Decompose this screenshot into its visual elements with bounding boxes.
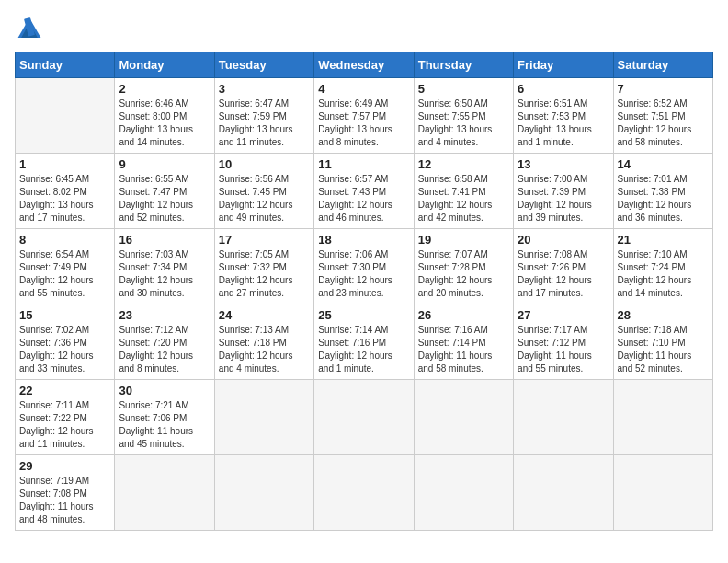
day-number: 20 xyxy=(518,233,609,247)
calendar-cell: 29Sunrise: 7:19 AMSunset: 7:08 PMDayligh… xyxy=(16,455,115,531)
calendar-cell: 18Sunrise: 7:06 AMSunset: 7:30 PMDayligh… xyxy=(314,229,414,304)
day-info: Sunrise: 6:49 AMSunset: 7:57 PMDaylight:… xyxy=(318,98,409,149)
day-number: 1 xyxy=(19,157,110,171)
calendar-cell: 6Sunrise: 6:51 AMSunset: 7:53 PMDaylight… xyxy=(514,78,613,154)
day-number: 15 xyxy=(19,308,110,322)
col-thursday: Thursday xyxy=(414,52,513,78)
calendar-cell xyxy=(214,455,313,531)
calendar-cell: 1Sunrise: 6:45 AMSunset: 8:02 PMDaylight… xyxy=(16,154,115,229)
calendar-week-6: 29Sunrise: 7:19 AMSunset: 7:08 PMDayligh… xyxy=(16,455,713,531)
calendar-cell: 3Sunrise: 6:47 AMSunset: 7:59 PMDaylight… xyxy=(214,78,313,154)
day-info: Sunrise: 7:13 AMSunset: 7:18 PMDaylight:… xyxy=(219,324,310,375)
calendar-cell: 30Sunrise: 7:21 AMSunset: 7:06 PMDayligh… xyxy=(115,380,214,455)
day-info: Sunrise: 7:08 AMSunset: 7:26 PMDaylight:… xyxy=(518,248,609,300)
calendar-cell: 20Sunrise: 7:08 AMSunset: 7:26 PMDayligh… xyxy=(514,229,613,304)
calendar-cell: 9Sunrise: 6:55 AMSunset: 7:47 PMDaylight… xyxy=(115,154,214,229)
day-info: Sunrise: 7:03 AMSunset: 7:34 PMDaylight:… xyxy=(119,248,210,300)
calendar-cell xyxy=(414,455,513,531)
calendar-week-2: 1Sunrise: 6:45 AMSunset: 8:02 PMDaylight… xyxy=(16,154,713,229)
header-row: Sunday Monday Tuesday Wednesday Thursday… xyxy=(16,52,713,78)
calendar-cell: 14Sunrise: 7:01 AMSunset: 7:38 PMDayligh… xyxy=(613,154,712,229)
day-info: Sunrise: 7:21 AMSunset: 7:06 PMDaylight:… xyxy=(119,399,210,451)
calendar-cell: 27Sunrise: 7:17 AMSunset: 7:12 PMDayligh… xyxy=(514,304,613,380)
day-info: Sunrise: 7:11 AMSunset: 7:22 PMDaylight:… xyxy=(19,399,110,451)
day-number: 21 xyxy=(618,233,709,247)
calendar-cell: 28Sunrise: 7:18 AMSunset: 7:10 PMDayligh… xyxy=(613,304,712,380)
calendar-cell xyxy=(314,455,414,531)
day-number: 23 xyxy=(119,308,210,322)
day-info: Sunrise: 6:46 AMSunset: 8:00 PMDaylight:… xyxy=(119,98,210,149)
calendar-week-1: 2Sunrise: 6:46 AMSunset: 8:00 PMDaylight… xyxy=(16,78,713,154)
day-info: Sunrise: 6:55 AMSunset: 7:47 PMDaylight:… xyxy=(119,173,210,224)
col-friday: Friday xyxy=(514,52,613,78)
calendar-cell: 12Sunrise: 6:58 AMSunset: 7:41 PMDayligh… xyxy=(414,154,513,229)
calendar-week-4: 15Sunrise: 7:02 AMSunset: 7:36 PMDayligh… xyxy=(16,304,713,380)
day-number: 27 xyxy=(518,308,609,322)
calendar-cell: 17Sunrise: 7:05 AMSunset: 7:32 PMDayligh… xyxy=(214,229,313,304)
day-info: Sunrise: 7:06 AMSunset: 7:30 PMDaylight:… xyxy=(318,248,409,300)
day-number: 8 xyxy=(19,233,110,247)
day-info: Sunrise: 6:58 AMSunset: 7:41 PMDaylight:… xyxy=(418,173,509,224)
day-number: 19 xyxy=(418,233,509,247)
day-info: Sunrise: 7:02 AMSunset: 7:36 PMDaylight:… xyxy=(19,324,110,375)
day-number: 25 xyxy=(318,308,409,322)
calendar-cell xyxy=(214,380,313,455)
logo-icon xyxy=(15,15,44,44)
day-info: Sunrise: 6:52 AMSunset: 7:51 PMDaylight:… xyxy=(618,98,709,149)
day-info: Sunrise: 7:01 AMSunset: 7:38 PMDaylight:… xyxy=(618,173,709,224)
day-info: Sunrise: 7:00 AMSunset: 7:39 PMDaylight:… xyxy=(518,173,609,224)
calendar-cell xyxy=(115,455,214,531)
calendar-cell: 11Sunrise: 6:57 AMSunset: 7:43 PMDayligh… xyxy=(314,154,414,229)
page-header xyxy=(15,15,713,44)
day-info: Sunrise: 6:50 AMSunset: 7:55 PMDaylight:… xyxy=(418,98,509,149)
day-number: 22 xyxy=(19,384,110,397)
day-info: Sunrise: 6:47 AMSunset: 7:59 PMDaylight:… xyxy=(219,98,310,149)
col-wednesday: Wednesday xyxy=(314,52,414,78)
day-number: 17 xyxy=(219,233,310,247)
calendar-table: Sunday Monday Tuesday Wednesday Thursday… xyxy=(15,52,713,531)
day-info: Sunrise: 7:18 AMSunset: 7:10 PMDaylight:… xyxy=(618,324,709,375)
day-number: 26 xyxy=(418,308,509,322)
calendar-cell: 5Sunrise: 6:50 AMSunset: 7:55 PMDaylight… xyxy=(414,78,513,154)
calendar-cell xyxy=(16,78,115,154)
col-saturday: Saturday xyxy=(613,52,712,78)
day-number: 7 xyxy=(618,82,709,96)
day-number: 2 xyxy=(119,82,210,96)
calendar-cell xyxy=(514,380,613,455)
day-number: 14 xyxy=(618,157,709,171)
day-number: 6 xyxy=(518,82,609,96)
day-number: 18 xyxy=(318,233,409,247)
day-number: 30 xyxy=(119,384,210,397)
col-tuesday: Tuesday xyxy=(214,52,313,78)
calendar-cell: 23Sunrise: 7:12 AMSunset: 7:20 PMDayligh… xyxy=(115,304,214,380)
day-number: 13 xyxy=(518,157,609,171)
calendar-cell xyxy=(514,455,613,531)
calendar-cell xyxy=(414,380,513,455)
calendar-cell: 26Sunrise: 7:16 AMSunset: 7:14 PMDayligh… xyxy=(414,304,513,380)
calendar-cell: 16Sunrise: 7:03 AMSunset: 7:34 PMDayligh… xyxy=(115,229,214,304)
day-number: 12 xyxy=(418,157,509,171)
calendar-cell xyxy=(613,380,712,455)
day-info: Sunrise: 6:51 AMSunset: 7:53 PMDaylight:… xyxy=(518,98,609,149)
calendar-cell xyxy=(613,455,712,531)
col-sunday: Sunday xyxy=(16,52,115,78)
calendar-cell: 13Sunrise: 7:00 AMSunset: 7:39 PMDayligh… xyxy=(514,154,613,229)
day-number: 28 xyxy=(618,308,709,322)
calendar-cell: 15Sunrise: 7:02 AMSunset: 7:36 PMDayligh… xyxy=(16,304,115,380)
day-number: 3 xyxy=(219,82,310,96)
col-monday: Monday xyxy=(115,52,214,78)
day-info: Sunrise: 7:19 AMSunset: 7:08 PMDaylight:… xyxy=(19,475,110,526)
calendar-cell: 7Sunrise: 6:52 AMSunset: 7:51 PMDaylight… xyxy=(613,78,712,154)
day-number: 5 xyxy=(418,82,509,96)
day-info: Sunrise: 6:54 AMSunset: 7:49 PMDaylight:… xyxy=(19,248,110,300)
day-info: Sunrise: 6:45 AMSunset: 8:02 PMDaylight:… xyxy=(19,173,110,224)
calendar-cell: 25Sunrise: 7:14 AMSunset: 7:16 PMDayligh… xyxy=(314,304,414,380)
calendar-cell: 2Sunrise: 6:46 AMSunset: 8:00 PMDaylight… xyxy=(115,78,214,154)
calendar-cell: 22Sunrise: 7:11 AMSunset: 7:22 PMDayligh… xyxy=(16,380,115,455)
calendar-cell: 24Sunrise: 7:13 AMSunset: 7:18 PMDayligh… xyxy=(214,304,313,380)
calendar-cell xyxy=(314,380,414,455)
logo xyxy=(15,15,48,44)
day-info: Sunrise: 7:16 AMSunset: 7:14 PMDaylight:… xyxy=(418,324,509,375)
day-info: Sunrise: 6:56 AMSunset: 7:45 PMDaylight:… xyxy=(219,173,310,224)
day-info: Sunrise: 6:57 AMSunset: 7:43 PMDaylight:… xyxy=(318,173,409,224)
